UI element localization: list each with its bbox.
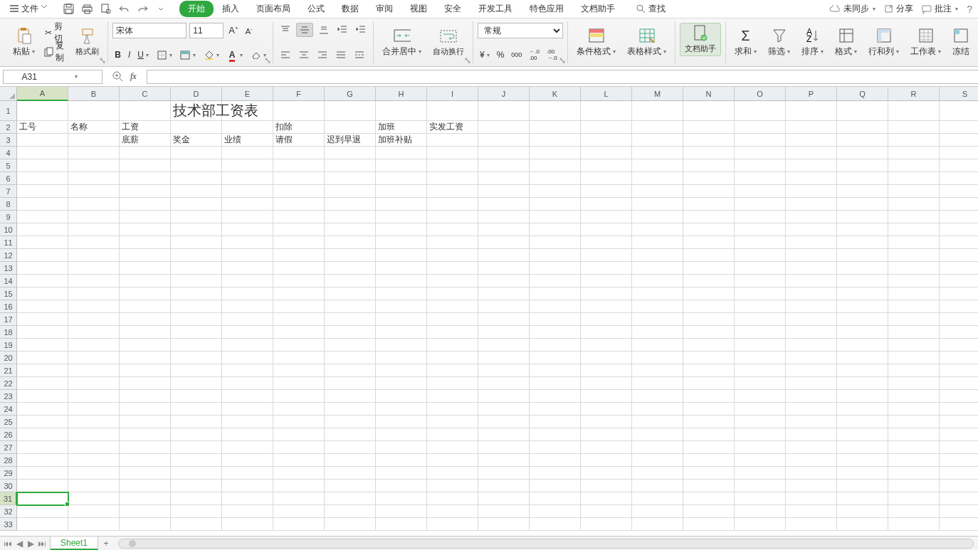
cell-F7[interactable] (273, 185, 325, 198)
cell-A13[interactable] (17, 262, 68, 275)
cell-F2[interactable]: 扣除 (273, 121, 325, 134)
cell-K27[interactable] (530, 441, 581, 454)
cell-C31[interactable] (120, 492, 171, 505)
cell-A10[interactable] (17, 223, 68, 236)
cell-S16[interactable] (940, 300, 978, 313)
row-header-16[interactable]: 16 (0, 300, 17, 313)
cell-A14[interactable] (17, 275, 68, 287)
share-button[interactable]: 分享 (884, 3, 913, 15)
cell-P12[interactable] (786, 249, 837, 262)
cell-A2[interactable]: 工号 (17, 121, 68, 134)
cell-M32[interactable] (632, 505, 683, 518)
cell-N12[interactable] (683, 249, 735, 262)
font-launcher[interactable]: ⤡ (264, 56, 271, 63)
align-launcher[interactable]: ⤡ (464, 56, 471, 63)
cell-I12[interactable] (427, 249, 478, 262)
cell-F1[interactable] (273, 101, 325, 121)
cell-A16[interactable] (17, 300, 68, 313)
cell-E4[interactable] (222, 147, 273, 159)
cell-P29[interactable] (786, 467, 837, 480)
cut-button[interactable]: ✂剪切 (42, 26, 68, 40)
cell-F20[interactable] (273, 352, 325, 364)
cell-N11[interactable] (683, 236, 735, 249)
cell-M14[interactable] (632, 275, 683, 287)
cell-H3[interactable]: 加班补贴 (376, 134, 427, 147)
cell-J25[interactable] (478, 416, 530, 428)
cell-A33[interactable] (17, 518, 68, 531)
print-preview-icon[interactable] (100, 4, 111, 15)
cell-B14[interactable] (68, 275, 120, 287)
cell-N8[interactable] (683, 198, 735, 211)
cell-I13[interactable] (427, 262, 478, 275)
cell-M2[interactable] (632, 121, 683, 134)
cell-E20[interactable] (222, 352, 273, 364)
cell-E14[interactable] (222, 275, 273, 287)
cell-H11[interactable] (376, 236, 427, 249)
cell-O20[interactable] (735, 352, 786, 364)
row-header-18[interactable]: 18 (0, 326, 17, 339)
cell-G19[interactable] (325, 339, 376, 352)
cell-E21[interactable] (222, 364, 273, 377)
cell-E6[interactable] (222, 172, 273, 185)
cell-L10[interactable] (581, 223, 632, 236)
cell-N3[interactable] (683, 134, 735, 147)
cell-R33[interactable] (888, 518, 940, 531)
row-header-19[interactable]: 19 (0, 339, 17, 352)
cell-L4[interactable] (581, 147, 632, 159)
cell-K10[interactable] (530, 223, 581, 236)
cell-I3[interactable] (427, 134, 478, 147)
cell-G9[interactable] (325, 211, 376, 223)
cell-P18[interactable] (786, 326, 837, 339)
cell-O19[interactable] (735, 339, 786, 352)
cell-L2[interactable] (581, 121, 632, 134)
cell-L20[interactable] (581, 352, 632, 364)
cell-F13[interactable] (273, 262, 325, 275)
cell-A1[interactable] (17, 101, 68, 121)
cell-P22[interactable] (786, 377, 837, 390)
cell-H14[interactable] (376, 275, 427, 287)
cell-M1[interactable] (632, 101, 683, 121)
row-header-25[interactable]: 25 (0, 416, 17, 428)
col-header-I[interactable]: I (427, 87, 478, 101)
row-header-4[interactable]: 4 (0, 147, 17, 159)
cell-I16[interactable] (427, 300, 478, 313)
cell-Q32[interactable] (837, 505, 888, 518)
cell-D27[interactable] (171, 441, 222, 454)
cell-I7[interactable] (427, 185, 478, 198)
cell-H8[interactable] (376, 198, 427, 211)
cell-P31[interactable] (786, 492, 837, 505)
cell-O16[interactable] (735, 300, 786, 313)
cell-P32[interactable] (786, 505, 837, 518)
cell-K29[interactable] (530, 467, 581, 480)
cell-R18[interactable] (888, 326, 940, 339)
cell-M16[interactable] (632, 300, 683, 313)
cell-M17[interactable] (632, 313, 683, 326)
cell-N7[interactable] (683, 185, 735, 198)
cell-D26[interactable] (171, 428, 222, 441)
cell-Q29[interactable] (837, 467, 888, 480)
cell-A15[interactable] (17, 287, 68, 300)
row-header-11[interactable]: 11 (0, 236, 17, 249)
cell-F9[interactable] (273, 211, 325, 223)
col-header-J[interactable]: J (478, 87, 530, 101)
cell-J26[interactable] (478, 428, 530, 441)
cell-C29[interactable] (120, 467, 171, 480)
cell-G10[interactable] (325, 223, 376, 236)
cell-Q5[interactable] (837, 159, 888, 172)
cell-R23[interactable] (888, 390, 940, 403)
cell-K12[interactable] (530, 249, 581, 262)
cell-Q16[interactable] (837, 300, 888, 313)
cell-B21[interactable] (68, 364, 120, 377)
copy-button[interactable]: 复制 (42, 45, 68, 59)
cell-P17[interactable] (786, 313, 837, 326)
cell-S33[interactable] (940, 518, 978, 531)
cell-E16[interactable] (222, 300, 273, 313)
cell-J2[interactable] (478, 121, 530, 134)
cell-M19[interactable] (632, 339, 683, 352)
cell-O9[interactable] (735, 211, 786, 223)
cell-R8[interactable] (888, 198, 940, 211)
cell-Q25[interactable] (837, 416, 888, 428)
cell-A21[interactable] (17, 364, 68, 377)
cell-G20[interactable] (325, 352, 376, 364)
cell-B31[interactable] (68, 492, 120, 505)
